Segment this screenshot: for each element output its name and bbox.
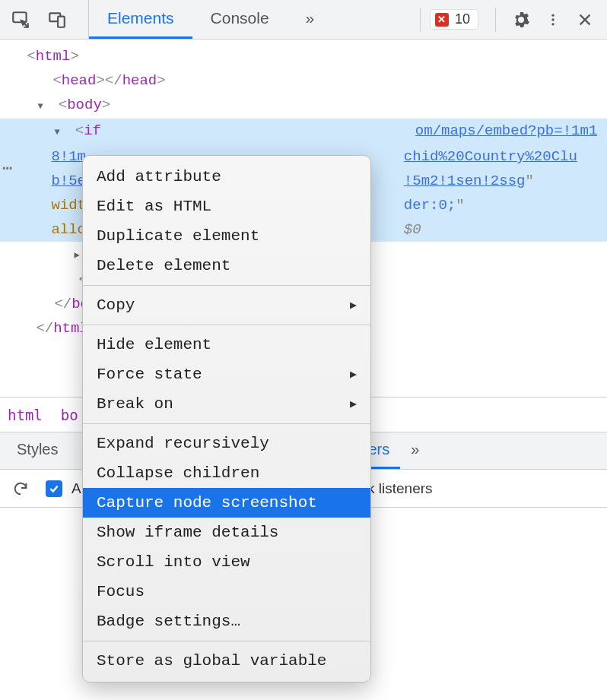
error-count-badge[interactable]: ✕ 10	[430, 9, 478, 30]
menu-item-duplicate-element[interactable]: Duplicate element	[83, 221, 370, 251]
menu-item-hide-element[interactable]: Hide element	[83, 330, 370, 360]
menu-item-store-as-global[interactable]: Store as global variable	[83, 646, 370, 676]
svg-rect-0	[13, 12, 26, 22]
menu-separator	[83, 285, 370, 286]
error-count: 10	[455, 11, 470, 27]
expand-arrow-icon[interactable]: ▼	[37, 96, 48, 117]
menu-item-scroll-into-view[interactable]: Scroll into view	[83, 547, 370, 577]
menu-item-capture-node-screenshot[interactable]: Capture node screenshot	[83, 488, 370, 518]
tab-console-label: Console	[211, 9, 269, 27]
menu-item-expand-recursively[interactable]: Expand recursively	[83, 429, 370, 458]
svg-point-5	[551, 23, 554, 25]
svg-rect-2	[58, 16, 65, 27]
tree-node-iframe-line1[interactable]: ▼ <if om/maps/embed?pb=!1m1	[0, 119, 607, 144]
subtab-styles[interactable]: Styles	[6, 432, 68, 469]
tree-node-html-open[interactable]: <html>	[0, 44, 607, 68]
refresh-icon[interactable]	[9, 477, 32, 500]
devtools-toolbar: Elements Console » ✕ 10	[0, 0, 607, 40]
more-tabs-glyph: »	[306, 9, 315, 27]
toolbar-separator	[420, 8, 421, 32]
menu-item-delete-element[interactable]: Delete element	[83, 251, 370, 280]
menu-item-badge-settings[interactable]: Badge settings…	[83, 607, 370, 636]
expand-arrow-icon[interactable]: ▼	[54, 122, 65, 143]
submenu-arrow-icon: ▶	[350, 298, 357, 312]
ancestors-checkbox[interactable]	[46, 480, 62, 497]
svg-point-3	[551, 14, 554, 16]
filter-right-text-fragment: rk listeners	[363, 480, 433, 497]
menu-separator	[83, 423, 370, 424]
menu-item-collapse-children[interactable]: Collapse children	[83, 458, 370, 488]
toolbar-separator	[495, 8, 496, 32]
menu-separator	[83, 325, 370, 325]
menu-item-force-state[interactable]: Force state▶	[83, 360, 370, 389]
tab-console[interactable]: Console	[192, 0, 288, 39]
tree-ellipsis-icon[interactable]: ⋯	[2, 158, 12, 179]
menu-item-add-attribute[interactable]: Add attribute	[83, 162, 370, 192]
menu-item-show-iframe-details[interactable]: Show iframe details	[83, 518, 370, 547]
inspect-element-icon[interactable]	[9, 8, 32, 31]
tab-elements[interactable]: Elements	[89, 0, 192, 39]
submenu-arrow-icon: ▶	[350, 367, 357, 382]
settings-icon[interactable]	[510, 8, 532, 31]
svg-point-4	[551, 18, 554, 21]
tree-node-head[interactable]: <head></head>	[0, 68, 607, 93]
menu-separator	[83, 641, 370, 641]
filter-left-text-fragment: A	[72, 480, 81, 497]
kebab-menu-icon[interactable]	[542, 8, 564, 31]
subtabs-overflow[interactable]: »	[400, 432, 430, 469]
tabs-overflow[interactable]: »	[288, 0, 333, 39]
menu-item-break-on[interactable]: Break on▶	[83, 389, 370, 419]
context-menu: Add attribute Edit as HTML Duplicate ele…	[82, 155, 371, 683]
tree-node-body-open[interactable]: ▼ <body>	[0, 93, 607, 119]
menu-item-copy[interactable]: Copy▶	[83, 290, 370, 320]
elements-tree: ⋯ <html> <head></head> ▼ <body> ▼ <if om…	[0, 40, 607, 397]
device-toggle-icon[interactable]	[46, 8, 68, 31]
error-icon: ✕	[435, 13, 449, 27]
breadcrumb-item[interactable]: bo	[61, 407, 78, 423]
menu-item-focus[interactable]: Focus	[83, 577, 370, 607]
tab-elements-label: Elements	[107, 9, 174, 27]
submenu-arrow-icon: ▶	[350, 397, 357, 411]
close-icon[interactable]	[574, 8, 596, 31]
breadcrumb-item[interactable]: html	[8, 407, 43, 423]
menu-item-edit-as-html[interactable]: Edit as HTML	[83, 192, 370, 221]
